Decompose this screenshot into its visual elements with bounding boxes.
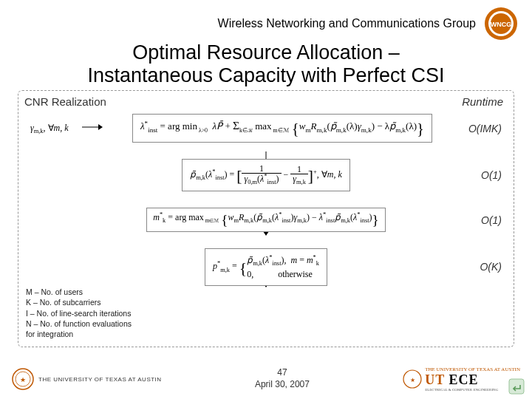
slide: Wireless Networking and Communications G…	[0, 0, 532, 399]
equation-row-4: p*m,k = {p̃m,k(λ*inst), m = m*k0, otherw…	[24, 248, 508, 286]
legend-m: M – No. of users	[26, 287, 132, 297]
ece-ut-line: THE UNIVERSITY OF TEXAS AT AUSTIN	[425, 366, 520, 372]
content-panel: CNR Realization Runtime γm,k, ∀m, k λ*in…	[18, 90, 514, 347]
svg-text:★: ★	[410, 377, 415, 383]
title-line-1: Optimal Resource Allocation –	[22, 41, 510, 64]
arrow-icon	[82, 123, 103, 132]
equation-row-2: p̃m,k(λ*inst) = [1γ0,m(λ*inst) − 1γm,k]+…	[24, 159, 508, 191]
equation-3: m*k = arg max m∈ℳ {wmRm,k(p̃m,k(λ*inst)γ…	[146, 208, 385, 232]
ece-sub-line: ELECTRICAL & COMPUTER ENGINEERING	[425, 388, 520, 392]
complexity-2: O(1)	[481, 169, 502, 181]
equation-1: λ*inst = arg min λ>0 λP̄ + Σk∈𝒦 max m∈ℳ …	[132, 114, 432, 143]
ut-wordmark: THE UNIVERSITY OF TEXAS AT AUSTIN	[38, 376, 162, 383]
ece-main: ECE	[449, 372, 478, 387]
footer: ★ THE UNIVERSITY OF TEXAS AT AUSTIN 47 A…	[0, 362, 532, 396]
slide-date: April 30, 2007	[162, 379, 403, 391]
ut-ece-logo: ★ THE UNIVERSITY OF TEXAS AT AUSTIN UT E…	[403, 366, 520, 392]
svg-text:WNCG: WNCG	[491, 21, 512, 28]
page-number: 47	[162, 367, 403, 379]
gamma-input: γm,k, ∀m, k	[30, 123, 69, 134]
complexity-3: O(1)	[481, 214, 502, 226]
footer-center: 47 April 30, 2007	[162, 367, 403, 390]
ece-seal-icon: ★	[403, 369, 422, 389]
wncg-logo-icon: WNCG	[483, 6, 519, 41]
ut-austin-logo: ★ THE UNIVERSITY OF TEXAS AT AUSTIN	[12, 368, 162, 390]
slide-title: Optimal Resource Allocation – Instantane…	[0, 41, 532, 87]
equation-row-3: m*k = arg max m∈ℳ {wmRm,k(p̃m,k(λ*inst)γ…	[24, 208, 508, 232]
equation-2: p̃m,k(λ*inst) = [1γ0,m(λ*inst) − 1γm,k]+…	[182, 159, 350, 191]
svg-marker-5	[98, 124, 103, 130]
legend-i: I – No. of line-search iterations	[26, 308, 132, 318]
header-group-name: Wireless Networking and Communications G…	[218, 17, 476, 30]
header: Wireless Networking and Communications G…	[0, 0, 532, 44]
legend: M – No. of users K – No. of subcarriers …	[26, 287, 132, 339]
svg-marker-9	[263, 231, 269, 236]
complexity-4: O(K)	[480, 261, 502, 273]
legend-k: K – No. of subcarriers	[26, 297, 132, 307]
legend-n2: for integration	[26, 329, 132, 339]
title-line-2: Instantaneous Capacity with Perfect CSI	[22, 64, 510, 87]
svg-rect-17	[509, 379, 524, 394]
complexity-1: O(IMK)	[468, 123, 502, 134]
return-nav-icon[interactable]	[508, 378, 525, 395]
equation-4: p*m,k = {p̃m,k(λ*inst), m = m*k0, otherw…	[205, 248, 327, 286]
cnr-label: CNR Realization	[24, 95, 106, 108]
equation-row-1: γm,k, ∀m, k λ*inst = arg min λ>0 λP̄ + Σ…	[24, 114, 508, 143]
ut-seal-icon: ★	[12, 368, 34, 390]
runtime-label: Runtime	[462, 95, 503, 108]
svg-text:★: ★	[20, 376, 26, 383]
legend-n: N – No. of function evaluations	[26, 318, 132, 329]
